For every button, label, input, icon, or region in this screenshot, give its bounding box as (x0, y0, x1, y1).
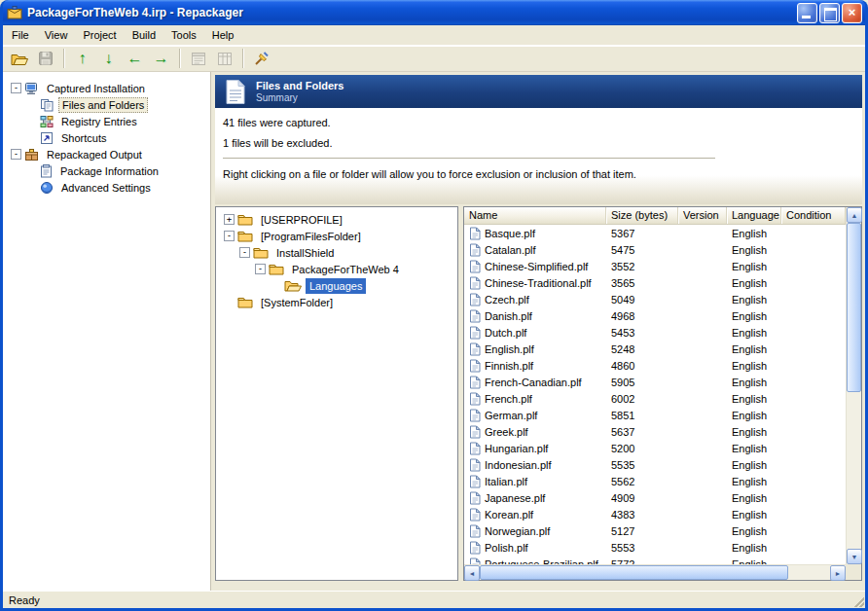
table-row[interactable]: French.plf6002English (464, 390, 846, 407)
column-header-condition[interactable]: Condition (781, 207, 846, 224)
table-row[interactable]: Chinese-Traditional.plf3565English (464, 274, 846, 291)
menu-item-help[interactable]: Help (204, 26, 242, 44)
folder-icon (253, 246, 269, 259)
summary-subtitle: Summary (256, 92, 344, 103)
table-row[interactable]: Greek.plf5637English (464, 423, 846, 440)
folder-item-languages[interactable]: Languages (220, 277, 455, 294)
tree-item-label: Package Information (56, 163, 163, 179)
vertical-scroll-thumb[interactable] (847, 223, 861, 392)
registry-icon (40, 115, 54, 128)
destination-folder-tree: +[USERPROFILE]-[ProgramFilesFolder]-Inst… (215, 206, 458, 581)
move-up-button[interactable]: ↑ (70, 48, 94, 70)
menu-item-build[interactable]: Build (125, 26, 163, 44)
file-name-cell: Danish.plf (464, 309, 606, 323)
nav-item-files-and-folders[interactable]: Files and Folders (7, 96, 208, 113)
nav-item-package-information[interactable]: Package Information (7, 162, 208, 179)
file-name-cell: Portuguese-Brazilian.plf (464, 557, 606, 565)
vertical-scroll-track[interactable] (847, 223, 861, 549)
expand-icon[interactable]: + (224, 214, 235, 225)
scroll-down-button[interactable]: ▼ (847, 549, 862, 564)
table-row[interactable]: French-Canadian.plf5905English (464, 374, 846, 390)
content-area: -Captured InstallationFiles and FoldersR… (3, 72, 865, 591)
table-row[interactable]: Norwegian.plf5127English (464, 522, 846, 539)
resize-grip[interactable] (853, 596, 864, 607)
folder-item-packagefortheweb-4[interactable]: -PackageForTheWeb 4 (220, 261, 455, 277)
files-icon (40, 98, 54, 112)
cell-language: English (727, 525, 781, 537)
collapse-icon[interactable]: - (255, 264, 266, 274)
table-row[interactable]: Hungarian.plf5200English (464, 440, 846, 456)
vertical-scrollbar[interactable]: ▲ ▼ (846, 207, 861, 564)
table-row[interactable]: Catalan.plf5475English (464, 241, 846, 258)
cell-size-bytes: 5200 (606, 443, 678, 454)
scroll-left-button[interactable]: ◄ (464, 565, 480, 581)
nav-item-captured-installation[interactable]: -Captured Installation (7, 80, 208, 96)
folder-item-programfilesfolder[interactable]: -[ProgramFilesFolder] (220, 228, 455, 244)
table-row[interactable]: Polish.plf5553English (464, 539, 846, 556)
table-row[interactable]: Indonesian.plf5535English (464, 456, 846, 473)
cell-size-bytes: 4860 (606, 360, 678, 372)
scroll-right-button[interactable]: ► (830, 565, 846, 581)
summary-body: 41 files were captured. 1 files will be … (215, 108, 862, 204)
folder-item-userprofile[interactable]: +[USERPROFILE] (220, 211, 455, 228)
table-row[interactable]: Dutch.plf5453English (464, 324, 846, 341)
table-row[interactable]: Finnish.plf4860English (464, 357, 846, 374)
scroll-up-button[interactable]: ▲ (847, 207, 862, 223)
column-header-language[interactable]: Language (727, 207, 781, 224)
open-button[interactable] (7, 48, 31, 70)
table-row[interactable]: Danish.plf4968English (464, 307, 846, 324)
file-icon (469, 475, 481, 488)
minimize-button[interactable] (797, 3, 817, 23)
file-icon (469, 442, 481, 455)
column-header-version[interactable]: Version (678, 207, 727, 224)
menu-item-project[interactable]: Project (75, 26, 124, 44)
back-button[interactable]: ← (123, 48, 147, 70)
horizontal-scroll-thumb[interactable] (480, 565, 788, 580)
cell-size-bytes: 5535 (606, 459, 678, 471)
collapse-icon[interactable]: - (11, 149, 21, 160)
table-row[interactable]: English.plf5248English (464, 341, 846, 357)
table-row[interactable]: Portuguese-Brazilian.plf5772English (464, 556, 846, 564)
table-row[interactable]: Czech.plf5049English (464, 291, 846, 307)
file-name-cell: Basque.plf (464, 227, 606, 240)
table-row[interactable]: Basque.plf5367English (464, 225, 846, 241)
collapse-icon[interactable]: - (224, 231, 235, 241)
horizontal-scrollbar[interactable]: ◄ ► (464, 564, 846, 580)
hint-text: Right clicking on a file or folder will … (223, 168, 854, 180)
nav-item-advanced-settings[interactable]: Advanced Settings (7, 179, 208, 196)
table-row[interactable]: Chinese-Simplified.plf3552English (464, 258, 846, 274)
maximize-button[interactable] (819, 3, 840, 23)
nav-item-repackaged-output[interactable]: -Repackaged Output (7, 146, 208, 162)
build-button[interactable] (249, 48, 273, 70)
move-down-button[interactable]: ↓ (96, 48, 121, 70)
status-text: Ready (9, 594, 40, 606)
table-row[interactable]: Japanese.plf4909English (464, 489, 846, 506)
collapse-icon[interactable]: - (11, 83, 21, 93)
summary-header: Files and Folders Summary (215, 75, 862, 108)
column-header-size-bytes[interactable]: Size (bytes) (606, 207, 678, 224)
menu-item-tools[interactable]: Tools (163, 26, 204, 44)
cell-size-bytes: 5562 (606, 476, 678, 487)
title-bar[interactable]: PackageForTheWeb 4.irp - Repackager × (3, 0, 865, 25)
status-bar: Ready (3, 591, 865, 608)
horizontal-scroll-track[interactable] (480, 565, 830, 580)
table-row[interactable]: Korean.plf4383English (464, 506, 846, 522)
column-header-name[interactable]: Name (464, 207, 606, 224)
menu-item-file[interactable]: File (4, 26, 37, 44)
app-icon (7, 5, 22, 20)
forward-button[interactable]: → (149, 48, 173, 70)
folder-item-systemfolder[interactable]: [SystemFolder] (220, 294, 455, 310)
nav-item-shortcuts[interactable]: Shortcuts (7, 129, 208, 146)
menu-item-view[interactable]: View (37, 26, 76, 44)
folder-item-installshield[interactable]: -InstallShield (220, 244, 455, 261)
cell-language: English (727, 542, 781, 554)
close-button[interactable]: × (842, 3, 862, 23)
file-name-cell: Chinese-Simplified.plf (464, 260, 606, 273)
collapse-icon[interactable]: - (239, 247, 250, 258)
move-up-icon: ↑ (79, 51, 87, 66)
table-row[interactable]: Italian.plf5562English (464, 473, 846, 489)
scroll-left-icon: ◄ (469, 570, 476, 577)
nav-item-registry-entries[interactable]: Registry Entries (7, 113, 208, 129)
table-row[interactable]: German.plf5851English (464, 407, 846, 423)
cell-language: English (727, 294, 781, 306)
